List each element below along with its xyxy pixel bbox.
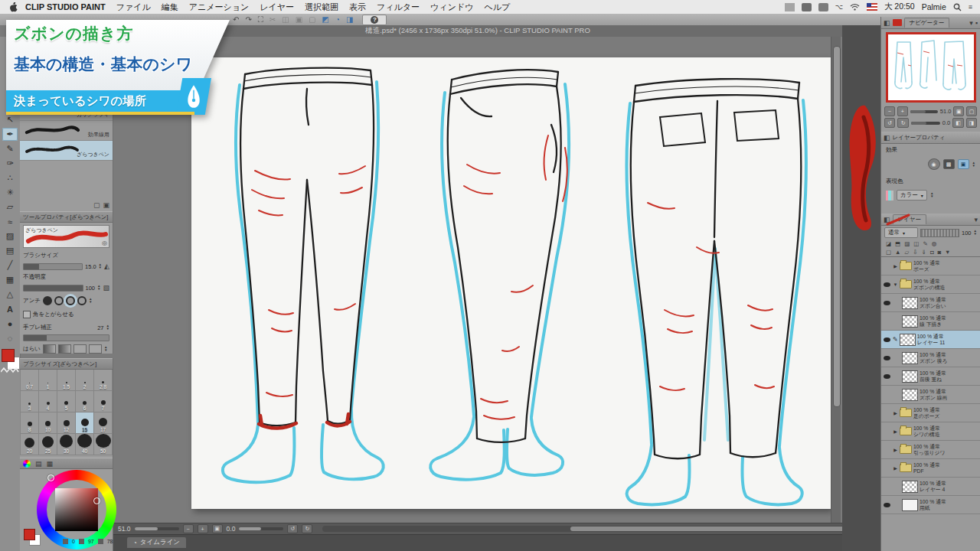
brush-size-cell[interactable]: 50 (94, 434, 113, 455)
help-button[interactable]: ? (362, 15, 387, 25)
hue-handle[interactable] (47, 474, 54, 481)
ruler-tool[interactable]: △ (2, 288, 18, 301)
brush-size-cell[interactable]: 8 (21, 412, 39, 434)
saturation-value-square[interactable] (55, 488, 98, 531)
panel-close-icon[interactable]: ▪ (975, 19, 978, 27)
eye-icon[interactable] (884, 503, 890, 507)
menu-filter[interactable]: フィルター (377, 2, 420, 13)
menu-view[interactable]: 表示 (349, 2, 366, 13)
brush-size-cell[interactable]: 5 (57, 391, 76, 412)
nav-fit-icon[interactable]: ▣ (953, 106, 964, 116)
layer-color-effect-icon[interactable]: ▣ (958, 159, 969, 169)
brush-size-cell[interactable]: 40 (76, 434, 94, 455)
new-vector-layer-icon[interactable]: ▲ (895, 249, 900, 256)
taper-stepper[interactable]: ▲▼ (104, 346, 107, 352)
taper-preset-4[interactable] (89, 344, 102, 354)
eye-icon[interactable] (884, 282, 890, 287)
spotlight-search-icon[interactable] (953, 3, 962, 11)
layer-opacity-value[interactable]: 100 (962, 230, 972, 236)
redo-icon[interactable]: ↷ (245, 15, 251, 24)
menu-file[interactable]: ファイル (116, 2, 151, 13)
opacity-dynamics-icon[interactable]: ▧ (103, 284, 109, 292)
layer-row[interactable]: 100 % 通常ズボン 後ろ (881, 349, 980, 367)
menu-edit[interactable]: 編集 (162, 2, 178, 13)
apply-mask-icon[interactable]: ◙ (937, 249, 941, 256)
delete-icon[interactable]: ▢ (309, 15, 315, 24)
wifi-icon[interactable] (850, 3, 860, 11)
lock-transparent-pixel-icon[interactable]: ▨ (904, 240, 910, 247)
menu-layer[interactable]: レイヤー (260, 2, 294, 13)
nav-zoom-in-icon[interactable]: + (897, 106, 908, 116)
menu-animation[interactable]: アニメーション (189, 2, 250, 13)
layer-row-selected[interactable]: ✎ 100 % 通常レイヤー 11 (881, 331, 980, 349)
layer-row[interactable]: 100 % 通常線 下描き (881, 312, 980, 331)
airplay-icon[interactable] (818, 3, 828, 11)
menu-clock[interactable]: 大 20:50 (884, 2, 915, 12)
color-set-tab-icon[interactable]: ▦ (47, 460, 54, 468)
opacity-slider[interactable] (23, 285, 83, 292)
airbrush-tool[interactable]: ∴ (2, 171, 18, 184)
statusbar-zoom-slider[interactable] (135, 527, 179, 530)
input-source-icon[interactable]: ⌥ (835, 3, 843, 11)
rotate-right-button[interactable]: ↻ (302, 524, 312, 533)
menu-help[interactable]: ヘルプ (484, 2, 510, 13)
canvas-page[interactable] (191, 57, 831, 509)
brush-size-cell[interactable]: 6 (76, 391, 94, 412)
brush-size-cell[interactable]: 17 (94, 412, 113, 434)
brush-size-panel-header[interactable]: ブラシサイズ[ざらつきペン] (20, 358, 113, 370)
brush-size-cell[interactable]: 1 (39, 370, 57, 391)
brush-size-cell[interactable]: 12 (57, 412, 76, 434)
frame-border-tool[interactable]: ▦ (2, 273, 18, 286)
eye-icon[interactable] (884, 301, 890, 305)
brush-size-cell[interactable]: 2.8 (94, 370, 113, 391)
nav-zoom-slider[interactable] (910, 110, 938, 113)
color-slider-tab-icon[interactable]: ▤ (35, 460, 42, 468)
panel-foreground-swatch[interactable] (24, 529, 35, 540)
zoom-out-button[interactable]: − (183, 524, 194, 533)
lock-layer-icon[interactable]: ⬒ (895, 240, 900, 247)
anti-aliasing-weak[interactable] (54, 296, 64, 305)
taper-preset-2[interactable] (58, 344, 71, 354)
add-subtool-icon[interactable]: ▢ (93, 201, 100, 209)
cut-icon[interactable]: ✂ (270, 15, 276, 24)
brush-size-cell[interactable]: 0.7 (21, 370, 39, 391)
rotate-left-button[interactable]: ↺ (287, 524, 298, 533)
fit-screen-button[interactable]: ▣ (212, 524, 223, 533)
menu-user[interactable]: Palmie (922, 2, 946, 11)
anti-aliasing-none[interactable] (43, 296, 52, 305)
transform-icon[interactable]: ⛶ (258, 15, 263, 24)
brush-size-cell[interactable]: 10 (39, 412, 57, 434)
timeline-tab[interactable]: ◔ タイムライン (127, 537, 186, 548)
delete-subtool-icon[interactable]: ▣ (103, 201, 109, 209)
brush-size-cell[interactable]: 25 (39, 434, 57, 455)
menu-window[interactable]: ウィンドウ (430, 2, 473, 13)
layer-row[interactable]: ▶ 100 % 通常PDF (881, 459, 980, 478)
eye-icon[interactable] (884, 356, 890, 360)
merge-to-lower-icon[interactable]: ⇓ (922, 249, 926, 256)
color-wheel-tab-icon[interactable] (23, 460, 31, 468)
create-mask-icon[interactable]: ◘ (930, 249, 934, 256)
expression-color-dropdown[interactable]: カラー▾ (897, 190, 927, 201)
tab-navigator[interactable]: ナビゲーター (904, 18, 950, 28)
tool-property-header[interactable]: ツールプロパティ[ざらつきペン] (20, 211, 113, 223)
brush-size-value[interactable]: 15.0 (85, 263, 96, 270)
subtool-item[interactable]: 効果線用 (20, 121, 113, 141)
copy-icon[interactable]: ◫ (282, 15, 289, 24)
text-tool[interactable]: A (2, 302, 18, 315)
brush-size-stepper[interactable]: ▲▼ (99, 263, 102, 269)
delete-layer-icon[interactable]: ▼ (945, 249, 950, 256)
nav-zoom-out-icon[interactable]: − (884, 106, 895, 116)
navigator-thumbnail[interactable] (886, 32, 976, 103)
brush-size-cell[interactable]: 2 (76, 370, 94, 391)
eye-icon[interactable] (884, 337, 890, 342)
sharpen-corner-checkbox[interactable] (23, 311, 31, 318)
set-as-draft-icon[interactable]: ✎ (923, 240, 927, 247)
brush-size-dynamics-icon[interactable]: ◭ (104, 262, 109, 270)
figure-tool[interactable]: ╱ (2, 259, 18, 272)
brush-tool[interactable]: ✑ (2, 157, 18, 170)
layer-row[interactable]: ▼ 100 % 通常ズボンの構造 (881, 276, 980, 294)
opacity-stepper[interactable]: ▲▼ (97, 285, 100, 291)
notification-center-icon[interactable]: ≡ (969, 3, 972, 11)
fill-tool[interactable]: ▨ (2, 230, 18, 243)
layer-opacity-stepper[interactable]: ▲▼ (974, 230, 977, 236)
